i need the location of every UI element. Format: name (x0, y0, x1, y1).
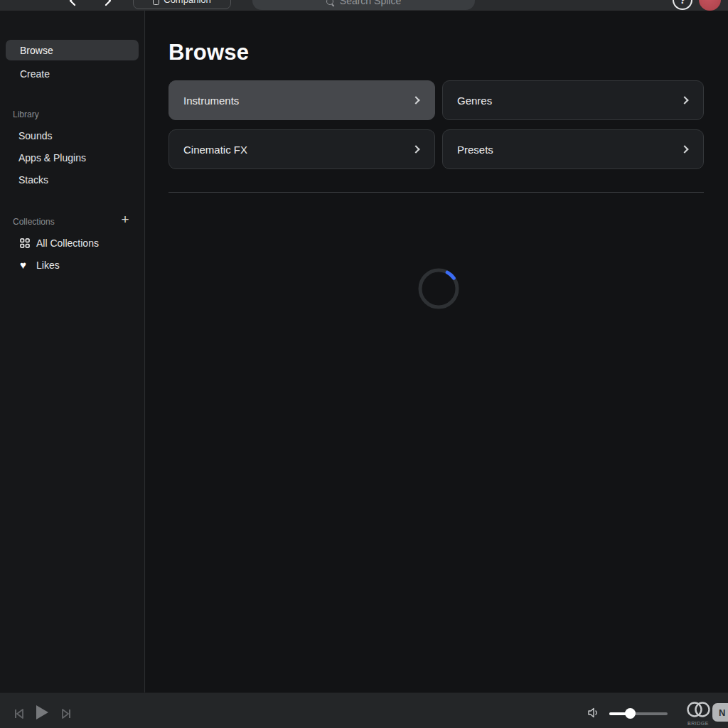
bridge-label: BRIDGE (684, 721, 712, 726)
card-label: Cinematic FX (183, 144, 247, 156)
play-button[interactable] (36, 705, 48, 719)
card-label: Presets (457, 144, 493, 156)
page-title: Browse (168, 40, 249, 65)
sidebar-item-label: Likes (36, 259, 60, 271)
skip-back-button[interactable] (13, 707, 26, 722)
sidebar-item-apps-plugins[interactable]: Apps & Plugins (0, 152, 145, 164)
back-button[interactable] (68, 0, 79, 6)
sidebar-item-label: Stacks (18, 174, 48, 186)
chevron-left-icon (68, 0, 79, 6)
skip-forward-button[interactable] (60, 707, 73, 722)
sidebar-item-label: All Collections (36, 237, 99, 249)
companion-button-label: Companion (164, 0, 211, 5)
forward-button[interactable] (102, 0, 113, 6)
library-section-label: Library (13, 109, 39, 119)
user-avatar[interactable] (699, 0, 721, 11)
overlay-button[interactable]: N (712, 703, 728, 722)
grid-icon (20, 238, 30, 248)
heart-icon: ♥ (20, 260, 30, 270)
sidebar-item-stacks[interactable]: Stacks (0, 174, 145, 186)
sidebar-item-browse[interactable]: Browse (6, 40, 139, 60)
search-icon (326, 0, 335, 6)
search-input[interactable]: Search Splice (252, 0, 475, 10)
card-instruments[interactable]: Instruments (168, 80, 435, 120)
skip-forward-icon (60, 712, 73, 722)
sidebar-item-label: Apps & Plugins (18, 152, 86, 164)
player-bar: BRIDGE N (0, 692, 728, 728)
help-button[interactable]: ? (673, 0, 692, 10)
card-genres[interactable]: Genres (442, 80, 704, 120)
card-label: Instruments (183, 95, 239, 107)
add-collection-button[interactable]: + (117, 212, 133, 228)
sidebar-item-create[interactable]: Create (0, 63, 145, 84)
volume-slider[interactable] (609, 712, 668, 715)
chevron-right-icon (680, 96, 688, 104)
main-content: Browse Instruments Genres Cinematic FX P… (146, 11, 728, 692)
chevron-right-icon (680, 145, 688, 153)
bridge-icon (685, 708, 711, 720)
volume-icon[interactable] (588, 707, 600, 721)
loading-spinner (417, 267, 460, 310)
chevron-right-icon (102, 0, 113, 6)
collections-section-label: Collections (13, 217, 55, 227)
card-cinematic-fx[interactable]: Cinematic FX (168, 129, 435, 169)
companion-button[interactable]: Companion (133, 0, 231, 9)
sidebar-item-label: Create (20, 68, 50, 80)
section-divider (168, 192, 704, 193)
volume-thumb[interactable] (625, 708, 636, 719)
phone-icon (153, 0, 159, 5)
sidebar: Browse Create Library Sounds Apps & Plug… (0, 11, 145, 692)
chevron-right-icon (412, 96, 419, 104)
sidebar-item-sounds[interactable]: Sounds (0, 130, 145, 141)
question-mark-icon: ? (679, 0, 685, 6)
sidebar-item-likes[interactable]: ♥ Likes (0, 259, 145, 272)
sidebar-item-label: Browse (20, 45, 53, 56)
skip-back-icon (13, 712, 26, 722)
top-bar: Companion Search Splice ? (0, 0, 728, 11)
sidebar-item-all-collections[interactable]: All Collections (0, 237, 145, 250)
chevron-right-icon (412, 145, 419, 153)
search-placeholder: Search Splice (340, 0, 401, 6)
sidebar-item-label: Sounds (18, 130, 52, 141)
card-label: Genres (457, 95, 492, 107)
bridge-button[interactable]: BRIDGE (684, 701, 712, 726)
card-presets[interactable]: Presets (442, 129, 704, 169)
